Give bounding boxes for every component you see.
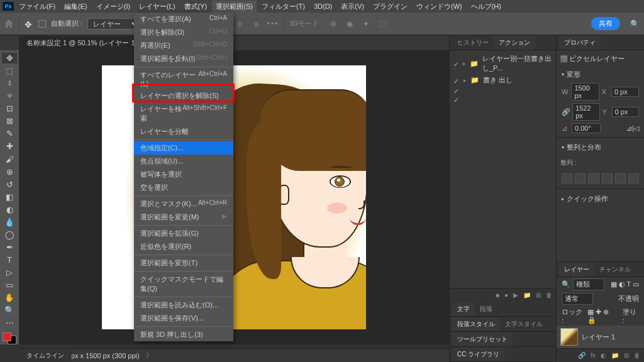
lasso-tool[interactable]: ꖋ [2, 78, 17, 89]
tab-char-style[interactable]: 文字スタイル [500, 317, 548, 331]
status-bar: 50.07% 1500 px x 1500 px (300 ppi) 〉 [19, 348, 449, 362]
layer-row[interactable]: 👁 レイヤー 1 [557, 326, 644, 348]
blend-mode[interactable]: 通常 [562, 293, 593, 305]
tab-channels[interactable]: チャンネル [594, 263, 636, 277]
tab-cclib[interactable]: CC ライブラリ [452, 348, 504, 361]
tab-timeline[interactable]: タイムライン [19, 349, 72, 362]
quick-section[interactable]: クイック操作 [567, 194, 608, 204]
tab-toolpreset[interactable]: ツールプリセット [452, 332, 513, 346]
y-field[interactable]: 0 px [612, 107, 639, 117]
fx-icon[interactable]: fx [591, 352, 596, 359]
layer-thumbnail[interactable] [560, 328, 578, 346]
folder-icon[interactable]: 📁 [611, 352, 619, 359]
pen-tool[interactable]: ✒ [2, 242, 17, 253]
more-icon[interactable]: ••• [267, 18, 279, 30]
menu-view[interactable]: 表示(V) [337, 1, 368, 13]
menu-layer[interactable]: レイヤー(L) [135, 1, 179, 13]
menu-item[interactable]: 被写体を選択 [134, 168, 233, 181]
menu-plugin[interactable]: プラグイン [369, 1, 411, 13]
tab-layers[interactable]: レイヤー [559, 263, 594, 277]
new-layer-icon[interactable]: ⊞ [624, 352, 629, 359]
eraser-tool[interactable]: ◧ [2, 192, 17, 202]
zoom-tool[interactable]: 🔍 [2, 305, 17, 315]
x-field[interactable]: 0 px [611, 87, 639, 97]
color-swatch[interactable] [3, 332, 16, 344]
edit-toolbar[interactable]: ⋯ [2, 317, 17, 328]
tab-paragraph[interactable]: 段落 [475, 302, 497, 316]
shape-tool[interactable]: ▭ [2, 280, 17, 290]
align-btn[interactable] [575, 173, 586, 184]
action-item[interactable]: 書き 出し [483, 75, 513, 85]
align-btn[interactable] [562, 173, 572, 184]
distribute-icon[interactable]: ⫼ [251, 18, 262, 30]
layer-select[interactable]: レイヤー [87, 18, 140, 30]
menu-type[interactable]: 書式(Y) [180, 1, 211, 13]
eyedropper-tool[interactable]: ✎ [2, 128, 17, 139]
menu-item[interactable]: 色域指定(C)... [134, 141, 233, 155]
tab-history[interactable]: ヒストリー [452, 36, 494, 50]
share-button[interactable]: 共有 [591, 17, 620, 30]
menu-image[interactable]: イメージ(I) [92, 1, 134, 13]
frame-tool[interactable]: ⊠ [2, 116, 17, 126]
align-section[interactable]: 整列と分布 [567, 143, 601, 152]
transform-section[interactable]: 変形 [567, 70, 580, 79]
tab-actions[interactable]: アクション [494, 36, 535, 50]
height-field[interactable]: 1522 px [572, 103, 599, 121]
align-btn[interactable] [588, 173, 599, 184]
home-icon[interactable] [4, 19, 14, 29]
search-icon[interactable]: 🔍 [629, 18, 640, 30]
flip-icon[interactable]: ⊿|◁ [626, 124, 639, 133]
heal-tool[interactable]: ✚ [2, 141, 17, 151]
menu-edit[interactable]: 編集(E) [60, 1, 91, 13]
width-field[interactable]: 1500 px [571, 83, 599, 101]
menu-item[interactable]: 選択とマスク(K)...Alt+Ctrl+R [134, 197, 233, 211]
menu-filter[interactable]: フィルター(T) [258, 1, 309, 13]
menu-item[interactable]: すべてのレイヤー(L)Alt+Ctrl+A [134, 69, 233, 89]
menu-item[interactable]: クイックマスクモードで編集(Q) [134, 273, 233, 295]
menu-file[interactable]: ファイル(F) [15, 1, 59, 13]
action-item[interactable]: レイヤー別一括書き出し_P... [482, 54, 552, 73]
wand-tool[interactable]: ✧ [2, 90, 17, 101]
record-icon[interactable]: ● [504, 292, 508, 299]
mask-icon[interactable]: ◐ [601, 352, 606, 359]
align-btn[interactable] [602, 173, 613, 184]
auto-select-checkbox[interactable] [38, 20, 46, 28]
move-tool[interactable]: ✥ [2, 53, 17, 63]
gradient-tool[interactable]: ◐ [2, 204, 17, 215]
menu-3d[interactable]: 3D(D) [310, 1, 336, 11]
tab-character[interactable]: 文字 [452, 302, 475, 316]
trash-icon[interactable]: 🗑 [634, 352, 640, 359]
hand-tool[interactable]: ✋ [2, 292, 17, 303]
folder-icon[interactable]: 📁 [523, 292, 531, 299]
trash-icon[interactable]: 🗑 [546, 292, 552, 299]
menu-item[interactable]: 空を選択 [134, 181, 233, 194]
layer-search[interactable]: 種類 [573, 278, 604, 290]
brush-tool[interactable]: 🖌 [2, 154, 17, 165]
blur-tool[interactable]: 💧 [2, 217, 17, 228]
menu-select[interactable]: 選択範囲(S) [212, 1, 257, 13]
align-btn[interactable] [615, 173, 626, 184]
crop-tool[interactable]: ⊡ [2, 103, 17, 114]
link-icon[interactable]: 🔗 [578, 352, 586, 359]
stop-icon[interactable]: ■ [496, 292, 499, 299]
align-btn[interactable] [628, 173, 639, 184]
menu-window[interactable]: ウィンドウ(W) [413, 1, 466, 13]
layer-name[interactable]: レイヤー 1 [582, 332, 615, 342]
stamp-tool[interactable]: ⊕ [2, 167, 17, 177]
menu-help[interactable]: ヘルプ(H) [467, 1, 505, 13]
tab-properties[interactable]: プロパティ [559, 36, 601, 50]
type-tool[interactable]: T [2, 255, 17, 265]
play-icon[interactable]: ▶ [513, 292, 518, 299]
angle-field[interactable]: 0.00° [572, 123, 601, 133]
tab-para-style[interactable]: 段落スタイル [452, 317, 500, 331]
dodge-tool[interactable]: ◯ [2, 229, 17, 240]
new-icon[interactable]: ⊞ [536, 292, 541, 299]
history-brush-tool[interactable]: ↺ [2, 179, 17, 190]
menu-item[interactable]: レイヤーを検索Alt+Shift+Ctrl+F [134, 102, 233, 125]
marquee-tool[interactable]: ⬚ [2, 65, 17, 76]
menu-item[interactable]: すべてを選択(A)Ctrl+A [134, 13, 233, 26]
menu-item[interactable]: 選択範囲を読み込む(O)... [134, 299, 233, 312]
distribute-icon[interactable]: ⫼ [235, 18, 246, 30]
path-tool[interactable]: ▷ [2, 267, 17, 278]
move-tool-icon[interactable] [25, 19, 33, 28]
